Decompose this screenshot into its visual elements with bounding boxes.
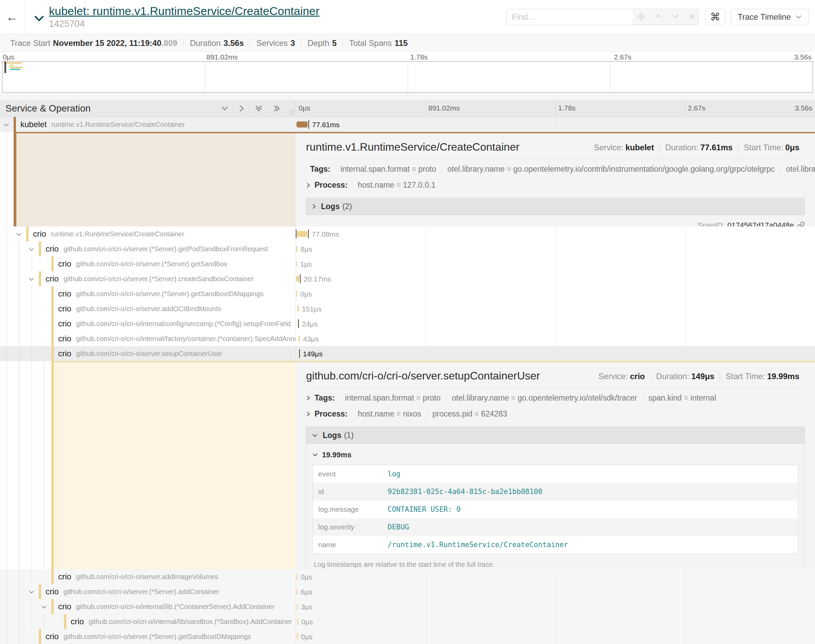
span-row[interactable]: criogithub.com/cri-o/cri-o/server.(*Serv… [0, 256, 815, 271]
span-duration-bar[interactable] [297, 633, 298, 639]
span-operation-name: github.com/cri-o/cri-o/server.(*Server).… [76, 290, 263, 298]
indent-guide [6, 584, 7, 599]
next-result-icon[interactable] [671, 14, 679, 20]
trace-stat-value: 5 [332, 38, 337, 48]
log-entry-toggle[interactable]: 19.99ms [313, 451, 798, 459]
span-row[interactable]: criogithub.com/cri-o/cri-o/server.addIma… [0, 569, 815, 584]
span-name-wrap: criogithub.com/cri-o/cri-o/internal/conf… [58, 316, 291, 331]
span-row-timeline[interactable]: 151μs [296, 301, 815, 316]
trace-view-selector-label: Trace Timeline [738, 12, 791, 22]
span-duration-bar[interactable] [296, 261, 297, 267]
span-row-timeline[interactable]: 0μs [296, 286, 815, 301]
minimap-canvas[interactable] [2, 61, 813, 92]
span-row-timeline[interactable]: 3μs [296, 599, 815, 614]
span-row-timeline[interactable]: 43μs [296, 331, 815, 346]
expand-chevron-icon[interactable] [16, 232, 22, 238]
collapse-one-icon[interactable] [221, 106, 229, 111]
trace-view-selector[interactable]: Trace Timeline [731, 9, 809, 25]
log-field-row: log.severityDEBUG [313, 518, 798, 536]
span-row-timeline[interactable]: 0μs [296, 629, 815, 644]
expand-chevron-icon[interactable] [29, 589, 34, 595]
span-duration-bar[interactable] [297, 589, 297, 595]
span-duration-bar[interactable] [297, 604, 298, 610]
expand-all-icon[interactable] [273, 104, 280, 112]
expand-chevron-icon[interactable] [29, 247, 34, 253]
span-name-wrap: criogithub.com/cri-o/cri-o/internal/lib.… [58, 599, 274, 614]
detail-meta-item: Service:crio [593, 372, 650, 381]
timeline-gridline [426, 286, 426, 301]
focus-match-icon[interactable] [636, 12, 645, 22]
log-field-row: eventlog [313, 465, 798, 483]
back-button[interactable]: ← [0, 0, 25, 34]
span-operation-name: runtime.v1.RuntimeService/CreateContaine… [51, 121, 185, 129]
span-row[interactable]: criogithub.com/cri-o/cri-o/server.(*Serv… [0, 629, 815, 644]
span-row-timeline[interactable]: 20.17ms [296, 271, 815, 286]
span-row[interactable]: criogithub.com/cri-o/cri-o/server.(*Serv… [0, 584, 815, 599]
indent-guide [6, 301, 7, 316]
prev-result-icon[interactable] [654, 14, 662, 20]
copy-link-icon[interactable] [797, 221, 805, 227]
logs-toggle[interactable]: Logs (2) [306, 198, 805, 215]
span-row-timeline[interactable]: 77.61ms [296, 117, 815, 132]
span-row[interactable]: criogithub.com/cri-o/cri-o/internal/lib.… [0, 599, 815, 614]
expand-one-icon[interactable] [239, 104, 245, 112]
find-input[interactable] [507, 9, 633, 25]
timeline-gridline [685, 301, 685, 316]
span-row-left: criogithub.com/cri-o/cri-o/server.(*Serv… [0, 241, 296, 256]
process-row[interactable]: Process: host.name=127.0.0.1 [306, 177, 805, 193]
span-duration-bar[interactable] [297, 231, 307, 237]
span-row[interactable]: criogithub.com/cri-o/cri-o/internal/fact… [0, 331, 815, 346]
indent-guide [6, 256, 7, 271]
trace-title-link[interactable]: kubelet: runtime.v1.RuntimeService/Creat… [49, 5, 320, 18]
expand-chevron-icon[interactable] [41, 604, 47, 610]
span-row-timeline[interactable]: 8μs [296, 241, 815, 256]
minimap-tick-label: 3.56s [794, 53, 812, 61]
logs-toggle[interactable]: Logs (1) [306, 427, 805, 444]
trace-collapse-chevron-icon[interactable] [34, 15, 44, 23]
span-row[interactable]: criogithub.com/cri-o/cri-o/internal/conf… [0, 316, 815, 331]
span-row-timeline[interactable]: 149μs [296, 346, 815, 361]
span-duration-bar[interactable] [297, 618, 298, 625]
span-service-name: crio [46, 244, 59, 254]
tags-row[interactable]: Tags: internal.span.format=protootel.lib… [306, 161, 805, 177]
span-row[interactable]: criogithub.com/cri-o/cri-o/server.(*Serv… [0, 241, 815, 256]
span-row[interactable]: crioruntime.v1.RuntimeService/CreateCont… [0, 227, 815, 241]
span-row-timeline[interactable]: 24μs [296, 316, 815, 331]
indent-guide [32, 346, 32, 361]
span-duration-bar[interactable] [297, 573, 297, 580]
timeline-gridline [685, 316, 685, 331]
span-duration-bar[interactable] [297, 306, 299, 312]
minimap-drag-handle[interactable] [5, 61, 6, 73]
keyboard-shortcuts-button[interactable]: ⌘ [706, 9, 725, 25]
span-color-bar [51, 569, 54, 584]
span-row-timeline[interactable]: 0μs [296, 614, 815, 629]
span-row[interactable]: criogithub.com/cri-o/cri-o/server.(*Serv… [0, 271, 815, 286]
span-duration-bar[interactable] [297, 121, 308, 127]
span-duration-bar[interactable] [299, 336, 300, 342]
tags-row[interactable]: Tags: internal.span.format=protootel.lib… [306, 390, 805, 406]
timeline-gridline [426, 629, 426, 644]
span-row-timeline[interactable]: 77.08ms [296, 227, 815, 241]
span-row[interactable]: criogithub.com/cri-o/cri-o/internal/lib/… [0, 614, 815, 629]
span-row[interactable]: criogithub.com/cri-o/cri-o/server.(*Serv… [0, 286, 815, 301]
process-row[interactable]: Process: host.name=nixosprocess.pid=6242… [306, 406, 805, 422]
span-detail-top-border [16, 132, 296, 133]
collapse-all-icon[interactable] [255, 105, 263, 112]
span-row-timeline[interactable]: 0μs [296, 569, 815, 584]
clear-search-icon[interactable] [688, 13, 695, 21]
span-row[interactable]: criogithub.com/cri-o/cri-o/server.addOCI… [0, 301, 815, 316]
indent-guide [6, 241, 7, 256]
column-resizer[interactable] [290, 109, 293, 115]
expand-chevron-icon[interactable] [3, 122, 9, 128]
span-duration-bar[interactable] [296, 246, 297, 252]
span-row-timeline[interactable]: 6μs [296, 584, 815, 599]
span-row-timeline[interactable]: 1μs [296, 256, 815, 271]
span-row[interactable]: kubeletruntime.v1.RuntimeService/CreateC… [0, 117, 815, 132]
span-boundary-tick [296, 230, 297, 238]
span-operation-name: github.com/cri-o/cri-o/internal/factory/… [76, 335, 296, 343]
expand-chevron-icon[interactable] [29, 276, 34, 282]
span-duration-bar[interactable] [296, 291, 297, 297]
span-duration-bar[interactable] [296, 276, 299, 282]
span-row[interactable]: criogithub.com/cri-o/cri-o/server.setupC… [0, 346, 815, 361]
chevron-right-icon [306, 182, 310, 189]
